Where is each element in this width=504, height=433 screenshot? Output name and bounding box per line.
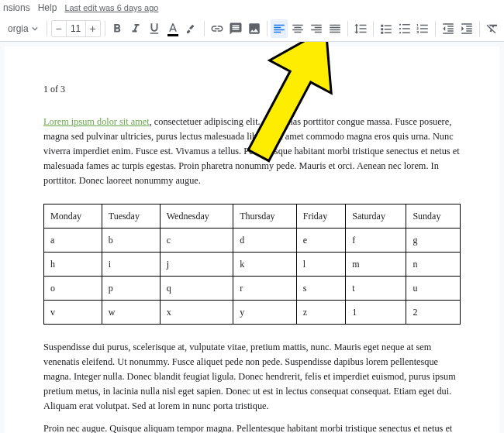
align-center-button[interactable]: [289, 19, 306, 38]
table-row: o p q r s t u: [44, 277, 461, 301]
highlight-icon: [185, 22, 198, 36]
menubar: nsions Help Last edit was 6 days ago: [0, 0, 504, 15]
text-color-icon: [166, 22, 180, 36]
table-cell[interactable]: g: [406, 229, 461, 253]
page-indicator: 1 of 3: [43, 82, 461, 96]
numbered-list-button[interactable]: [414, 19, 431, 38]
clear-format-icon: [485, 22, 499, 36]
bold-button[interactable]: [109, 19, 126, 38]
table-cell[interactable]: d: [233, 229, 297, 253]
increase-indent-button[interactable]: [458, 19, 475, 38]
table-header-cell[interactable]: Sunday: [406, 204, 461, 229]
italic-icon: [129, 22, 143, 36]
bulleted-list-icon: [398, 22, 412, 36]
checklist-button[interactable]: [378, 19, 395, 38]
increase-indent-icon: [460, 22, 474, 36]
menu-help[interactable]: Help: [38, 2, 57, 13]
highlight-button[interactable]: [183, 19, 200, 38]
table-cell[interactable]: r: [233, 277, 297, 301]
insert-image-button[interactable]: [246, 19, 263, 38]
table-cell[interactable]: a: [44, 229, 102, 253]
align-justify-button[interactable]: [326, 19, 343, 38]
separator: [47, 21, 47, 36]
font-family-select[interactable]: orgia: [3, 23, 43, 34]
table-header-cell[interactable]: Tuesday: [102, 204, 160, 229]
table-cell[interactable]: v: [44, 301, 102, 325]
chevron-down-icon: [32, 26, 38, 32]
link-icon: [210, 22, 224, 36]
increase-font-button[interactable]: +: [86, 21, 100, 36]
decrease-indent-button[interactable]: [440, 19, 457, 38]
table-cell[interactable]: k: [233, 253, 297, 277]
table-cell[interactable]: z: [296, 301, 345, 325]
line-spacing-button[interactable]: [352, 19, 369, 38]
separator: [105, 21, 105, 36]
paragraph-1: Lorem ipsum dolor sit amet, consectetuer…: [43, 115, 461, 188]
table-header-cell[interactable]: Friday: [296, 204, 345, 229]
table-cell[interactable]: p: [102, 277, 160, 301]
table-header-cell[interactable]: Thursday: [233, 204, 297, 229]
table-cell[interactable]: i: [102, 253, 160, 277]
separator: [347, 21, 348, 36]
table-cell[interactable]: o: [44, 277, 102, 301]
insert-link-button[interactable]: [209, 19, 226, 38]
table-cell[interactable]: u: [406, 277, 461, 301]
table-cell[interactable]: l: [296, 253, 345, 277]
align-right-icon: [309, 22, 323, 36]
font-size-control: − 11 +: [51, 20, 101, 37]
table-header-cell[interactable]: Wednesday: [160, 204, 233, 229]
clear-formatting-button[interactable]: [484, 19, 501, 38]
align-right-button[interactable]: [308, 19, 325, 38]
table-header-row: Monday Tuesday Wednesday Thursday Friday…: [44, 204, 461, 229]
decrease-font-button[interactable]: −: [52, 21, 66, 36]
align-left-icon: [272, 22, 286, 36]
table-cell[interactable]: n: [406, 253, 461, 277]
table-cell[interactable]: b: [102, 229, 160, 253]
underline-button[interactable]: [146, 19, 163, 38]
text-color-button[interactable]: [164, 19, 181, 38]
toolbar: orgia − 11 +: [0, 15, 504, 42]
font-size-value[interactable]: 11: [66, 21, 86, 36]
italic-button[interactable]: [127, 19, 144, 38]
separator: [204, 21, 205, 36]
table-header-cell[interactable]: Saturday: [346, 204, 406, 229]
table-header-cell[interactable]: Monday: [44, 204, 102, 229]
weekday-table[interactable]: Monday Tuesday Wednesday Thursday Friday…: [43, 204, 461, 325]
table-cell[interactable]: q: [160, 277, 233, 301]
table-cell[interactable]: e: [296, 229, 345, 253]
table-row: a b c d e f g: [44, 229, 461, 253]
table-cell[interactable]: t: [346, 277, 406, 301]
table-cell[interactable]: x: [160, 301, 233, 325]
bold-icon: [110, 22, 124, 36]
align-left-button[interactable]: [271, 19, 288, 38]
comment-icon: [229, 22, 243, 36]
document-link[interactable]: Lorem ipsum dolor sit amet: [43, 116, 150, 127]
separator: [267, 21, 268, 36]
add-comment-button[interactable]: [227, 19, 244, 38]
table-cell[interactable]: m: [346, 253, 406, 277]
table-row: v w x y z 1 2: [44, 301, 461, 325]
last-edit-info[interactable]: Last edit was 6 days ago: [64, 3, 158, 12]
table-cell[interactable]: y: [233, 301, 297, 325]
table-cell[interactable]: w: [102, 301, 160, 325]
image-icon: [247, 22, 261, 36]
decrease-indent-icon: [441, 22, 455, 36]
table-cell[interactable]: s: [296, 277, 345, 301]
checklist-icon: [379, 22, 393, 36]
bulleted-list-button[interactable]: [396, 19, 413, 38]
menu-extensions[interactable]: nsions: [3, 2, 30, 13]
separator: [479, 21, 480, 36]
numbered-list-icon: [416, 22, 430, 36]
table-cell[interactable]: h: [44, 253, 102, 277]
table-cell[interactable]: j: [160, 253, 233, 277]
document-page[interactable]: 1 of 3 Lorem ipsum dolor sit amet, conse…: [5, 46, 499, 433]
table-cell[interactable]: 1: [346, 301, 406, 325]
underline-icon: [147, 22, 161, 36]
align-justify-icon: [328, 22, 342, 36]
table-cell[interactable]: c: [160, 229, 233, 253]
paragraph-3: Proin nec augue. Quisque aliquam tempor …: [43, 421, 461, 433]
table-cell[interactable]: 2: [406, 301, 461, 325]
table-cell[interactable]: f: [346, 229, 406, 253]
line-spacing-icon: [354, 22, 368, 36]
align-center-icon: [291, 22, 305, 36]
